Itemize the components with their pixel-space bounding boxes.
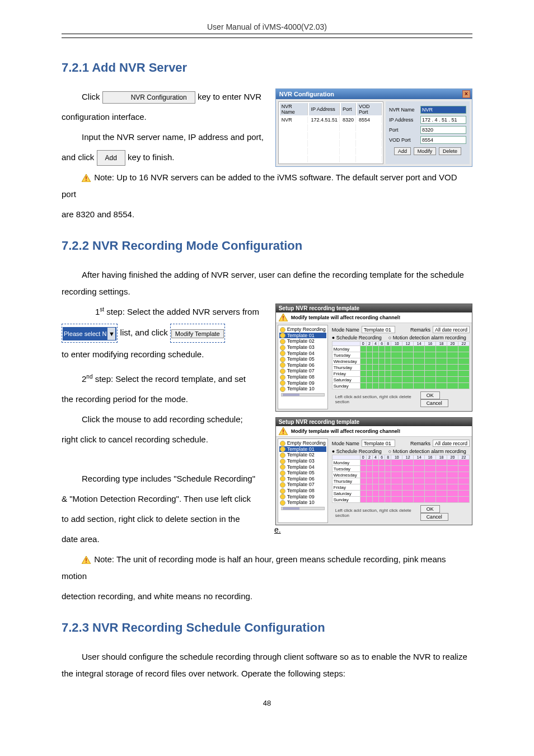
heading-721: 7.2.1 Add NVR Server bbox=[62, 60, 472, 75]
form-delete-button[interactable]: Delete bbox=[439, 147, 461, 155]
recording-template-dialog-schedule: Setup NVR recording template ! Modify te… bbox=[275, 304, 472, 412]
tpl-warn-text: Modify template will affect recording ch… bbox=[291, 315, 401, 320]
add-button[interactable]: Add bbox=[97, 150, 125, 166]
field-vod[interactable]: 8554 bbox=[420, 136, 466, 144]
lbl-port: Port bbox=[389, 127, 418, 133]
ok-button-2[interactable]: OK bbox=[420, 505, 440, 513]
s722-select-line: Please select N▼ list, and click Modify … bbox=[62, 324, 267, 343]
warning-icon: ! bbox=[279, 427, 288, 435]
nvr-select-dropdown[interactable]: Please select N▼ bbox=[62, 324, 118, 343]
lbl-remarks-2: Remarks bbox=[410, 441, 430, 446]
tree-item[interactable]: Template 06 bbox=[279, 476, 326, 482]
template-tree-1[interactable]: Empty Recording Template 01 Template 02 … bbox=[278, 325, 328, 409]
day-label: Wednesday bbox=[332, 358, 360, 365]
tpl-hint: Left click add section, right click dele… bbox=[335, 394, 418, 404]
tree-item[interactable]: Template 10 bbox=[279, 500, 326, 506]
day-label: Saturday bbox=[332, 377, 360, 383]
cell-port: 8320 bbox=[341, 116, 356, 123]
ok-button[interactable]: OK bbox=[420, 391, 440, 399]
s722-enter-mod: to enter modifying recording schedule. bbox=[62, 346, 267, 363]
s721-line3: Input the NVR server name, IP address an… bbox=[62, 129, 267, 146]
tree-item[interactable]: Template 08 bbox=[279, 488, 326, 494]
lbl-remarks: Remarks bbox=[410, 327, 430, 333]
day-label: Friday bbox=[332, 484, 360, 491]
form-add-button[interactable]: Add bbox=[394, 147, 411, 155]
warning-icon: ! bbox=[82, 556, 91, 564]
tree-item-selected[interactable]: Template 01 bbox=[279, 446, 326, 452]
cancel-button-2[interactable]: Cancel bbox=[420, 513, 448, 521]
tree-item[interactable]: Template 04 bbox=[279, 351, 326, 357]
text-key-finish: key to finish. bbox=[128, 152, 174, 162]
tree-scrollbar[interactable] bbox=[281, 393, 325, 396]
template-tree-2[interactable]: Empty Recording Template 01 Template 02 … bbox=[278, 438, 328, 523]
cancel-button[interactable]: Cancel bbox=[420, 399, 448, 407]
tree-item[interactable]: Template 03 bbox=[279, 344, 326, 351]
tree-item[interactable]: Template 10 bbox=[279, 386, 326, 392]
radio-motion[interactable]: Motion detection alarm recording bbox=[388, 335, 466, 340]
tpl-title-1: Setup NVR recording template bbox=[276, 304, 472, 312]
tree-item[interactable]: Template 05 bbox=[279, 470, 326, 476]
s722-rectype2: & "Motion Detection Recording". Then use… bbox=[62, 491, 267, 507]
field-remarks[interactable]: All date record bbox=[433, 326, 470, 333]
tree-item[interactable]: Empty Recording bbox=[279, 440, 326, 446]
svg-text:!: ! bbox=[282, 429, 284, 435]
cell-ip: 172.4.51.51 bbox=[309, 116, 340, 123]
tree-item[interactable]: Template 04 bbox=[279, 464, 326, 470]
day-label: Monday bbox=[332, 460, 360, 466]
tree-item[interactable]: Empty Recording bbox=[279, 326, 326, 333]
close-icon[interactable]: × bbox=[462, 90, 470, 98]
nvr-configuration-button[interactable]: NVR Configuration bbox=[102, 91, 195, 104]
radio-schedule[interactable]: Schedule Recording bbox=[332, 335, 382, 340]
tree-item-selected[interactable]: Template 01 bbox=[279, 333, 326, 339]
lbl-ip: IP Address bbox=[389, 117, 418, 123]
step1-text: step: Select the added NVR servers from bbox=[104, 307, 259, 316]
tree-item[interactable]: Template 05 bbox=[279, 356, 326, 362]
table-row[interactable]: NVR 172.4.51.51 8320 8554 bbox=[280, 116, 382, 123]
schedule-grid-green[interactable]: 0246810121416182022 Monday Tuesday Wedne… bbox=[332, 341, 470, 389]
tree-scrollbar[interactable] bbox=[281, 507, 325, 510]
tree-item[interactable]: Template 06 bbox=[279, 362, 326, 368]
schedule-grid-pink[interactable]: 0246810121416182022 Monday Tuesday Wedne… bbox=[332, 455, 470, 503]
field-ip[interactable]: 172 . 4 . 51 . 51 bbox=[420, 116, 466, 124]
s723-p1: User should configure the schedule recor… bbox=[62, 648, 472, 682]
s721-note2: are 8320 and 8554. bbox=[62, 206, 472, 223]
tree-item[interactable]: Template 07 bbox=[279, 482, 326, 488]
tree-item[interactable]: Template 03 bbox=[279, 458, 326, 464]
field-remarks-2[interactable]: All date record bbox=[433, 440, 470, 447]
day-label: Thursday bbox=[332, 365, 360, 371]
s722-p1: After having finished the adding of NVR … bbox=[62, 267, 472, 300]
text-list-and-click: list, and click bbox=[120, 328, 170, 337]
s722-step1: 1st step: Select the added NVR servers f… bbox=[62, 304, 267, 320]
tree-item[interactable]: Template 09 bbox=[279, 494, 326, 500]
tree-item[interactable]: Template 08 bbox=[279, 374, 326, 380]
nvr-list-table: NVR Name IP Address Port VOD Port NVR 17… bbox=[278, 101, 383, 164]
note-text-2: Note: The unit of recording mode is half… bbox=[62, 554, 446, 581]
tpl-hint-2: Left click add section, right click dele… bbox=[335, 508, 418, 518]
field-mode-name[interactable]: Template 01 bbox=[362, 326, 395, 333]
field-nvr-name[interactable]: NVR bbox=[420, 106, 466, 114]
day-label: Thursday bbox=[332, 478, 360, 484]
nvr-dialog-title: NVR Configuration × bbox=[276, 89, 472, 99]
s722-rectype4: date area. bbox=[62, 531, 267, 548]
radio-schedule-2[interactable]: Schedule Recording bbox=[332, 449, 382, 454]
modify-template-button[interactable]: Modify Template bbox=[170, 324, 225, 343]
heading-722: 7.2.2 NVR Recording Mode Configuration bbox=[62, 239, 472, 253]
header-rule bbox=[62, 38, 472, 38]
tree-item[interactable]: Template 07 bbox=[279, 368, 326, 374]
tree-item[interactable]: Template 02 bbox=[279, 452, 326, 458]
tree-item[interactable]: Template 02 bbox=[279, 338, 326, 344]
radio-motion-2[interactable]: Motion detection alarm recording bbox=[388, 449, 466, 454]
field-mode-name-2[interactable]: Template 01 bbox=[362, 440, 395, 447]
th-port: Port bbox=[341, 103, 356, 115]
s722-rectype1: Recording type includes "Schedule Record… bbox=[62, 470, 267, 487]
s721-note: ! Note: Up to 16 NVR servers can be adde… bbox=[62, 169, 472, 203]
s722-note2: detection recording, and white means no … bbox=[62, 588, 472, 605]
th-vod: VOD Port bbox=[357, 103, 382, 115]
chevron-down-icon: ▼ bbox=[107, 328, 115, 340]
stray-e-char: e. bbox=[274, 525, 281, 534]
note-text-1: Note: Up to 16 NVR servers can be added … bbox=[62, 172, 457, 199]
form-modify-button[interactable]: Modify bbox=[414, 147, 437, 155]
field-port[interactable]: 8320 bbox=[420, 126, 466, 134]
svg-text:!: ! bbox=[85, 558, 87, 564]
tree-item[interactable]: Template 09 bbox=[279, 380, 326, 386]
